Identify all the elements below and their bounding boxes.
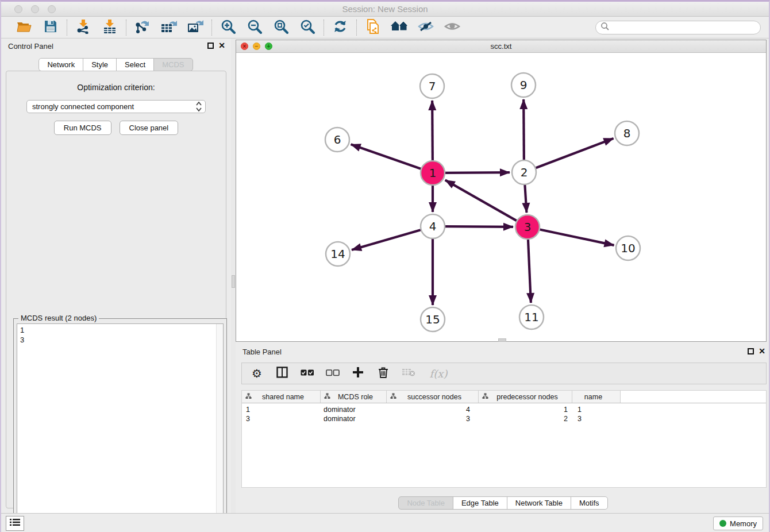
column-header-shared-name[interactable]: shared name bbox=[242, 391, 321, 403]
column-header-name[interactable]: name bbox=[572, 391, 621, 403]
delete-table-button[interactable] bbox=[402, 367, 415, 380]
application-window: Session: New Session bbox=[0, 0, 770, 532]
tree-icon bbox=[390, 393, 396, 401]
column-header-successor-nodes[interactable]: successor nodes bbox=[387, 391, 479, 403]
column-layout-button[interactable] bbox=[275, 367, 289, 380]
delete-columns-button[interactable] bbox=[376, 367, 390, 380]
tab-network[interactable]: Network bbox=[38, 58, 83, 71]
export-network-button[interactable] bbox=[134, 19, 151, 36]
graph-node-15[interactable]: 15 bbox=[421, 307, 445, 331]
zoom-fit-button[interactable] bbox=[272, 19, 290, 36]
graph-node-6[interactable]: 6 bbox=[325, 128, 349, 152]
home-layout-button[interactable] bbox=[391, 19, 408, 36]
mcds-result-text[interactable]: 1 3 bbox=[17, 323, 224, 532]
hide-graphics-details-button[interactable] bbox=[417, 19, 434, 36]
divider-grab-handle[interactable] bbox=[232, 275, 235, 288]
graph-node-label: 2 bbox=[521, 165, 528, 179]
panel-split-divider[interactable] bbox=[231, 38, 236, 513]
graph-node-label: 9 bbox=[520, 78, 528, 92]
zoom-out-button[interactable] bbox=[246, 19, 263, 36]
graph-node-3[interactable]: 3 bbox=[515, 215, 540, 239]
export-table-button[interactable] bbox=[160, 19, 178, 36]
save-session-button[interactable] bbox=[42, 19, 59, 36]
close-panel-icon[interactable]: ✕ bbox=[218, 43, 225, 49]
criterion-select-value: strongly connected component bbox=[32, 102, 134, 111]
graph-node-1[interactable]: 1 bbox=[421, 161, 445, 185]
function-builder-button[interactable]: f(x) bbox=[427, 367, 450, 380]
import-table-button[interactable] bbox=[101, 19, 118, 36]
graph-node-2[interactable]: 2 bbox=[512, 160, 536, 184]
graph-edge-1-6[interactable] bbox=[351, 144, 421, 168]
graph-edge-4-3[interactable] bbox=[445, 226, 513, 227]
network-window-titlebar[interactable]: × − + scc.txt bbox=[236, 40, 766, 53]
float-table-panel-icon[interactable] bbox=[748, 348, 754, 354]
deselect-all-button[interactable] bbox=[326, 367, 340, 380]
graph-node-11[interactable]: 11 bbox=[519, 305, 544, 329]
graph-node-8[interactable]: 8 bbox=[615, 121, 639, 145]
graph-edge-1-2[interactable] bbox=[445, 172, 510, 173]
tab-network-table[interactable]: Network Table bbox=[507, 496, 571, 510]
new-network-from-selection-button[interactable] bbox=[364, 19, 382, 36]
select-all-button[interactable] bbox=[301, 367, 314, 380]
mcds-tab-content: Optimization criterion: strongly connect… bbox=[6, 71, 226, 508]
table-toolbar: ⚙ bbox=[241, 363, 767, 384]
show-graphics-details-button[interactable] bbox=[444, 19, 461, 36]
tab-mcds[interactable]: MCDS bbox=[153, 58, 192, 71]
graph-edge-3-1[interactable] bbox=[445, 180, 517, 221]
criterion-select[interactable]: strongly connected component bbox=[26, 100, 206, 113]
tab-edge-table[interactable]: Edge Table bbox=[453, 496, 507, 510]
graph-edge-3-10[interactable] bbox=[540, 230, 614, 245]
float-panel-icon[interactable] bbox=[207, 43, 214, 49]
refresh-button[interactable] bbox=[332, 19, 349, 36]
search-input[interactable] bbox=[595, 21, 761, 34]
graph-node-14[interactable]: 14 bbox=[326, 242, 350, 266]
add-column-button[interactable] bbox=[351, 367, 365, 380]
graph-node-7[interactable]: 7 bbox=[420, 74, 444, 98]
graph-node-9[interactable]: 9 bbox=[511, 73, 536, 97]
table-panel: Table Panel ✕ ⚙ bbox=[236, 344, 770, 513]
network-canvas[interactable]: 7968124314101511 bbox=[236, 53, 766, 341]
node-table[interactable]: shared name MCDS role successor nodes pr… bbox=[241, 390, 767, 488]
tab-node-table[interactable]: Node Table bbox=[398, 496, 453, 510]
network-split-handle[interactable] bbox=[498, 338, 506, 342]
export-image-icon bbox=[187, 19, 204, 36]
column-header-mcds-role[interactable]: MCDS role bbox=[321, 391, 387, 403]
title-bar: Session: New Session bbox=[1, 2, 769, 17]
zoom-selected-button[interactable] bbox=[299, 19, 316, 36]
open-session-button[interactable] bbox=[16, 19, 33, 36]
graph-edge-2-9[interactable] bbox=[523, 99, 524, 160]
table-panel-title: Table Panel bbox=[242, 348, 282, 356]
graph-node-4[interactable]: 4 bbox=[421, 214, 445, 238]
task-history-button[interactable] bbox=[6, 516, 24, 531]
graph-node-10[interactable]: 10 bbox=[616, 236, 640, 260]
table-settings-button[interactable]: ⚙ bbox=[250, 367, 264, 380]
export-table-icon bbox=[160, 19, 178, 36]
import-table-icon bbox=[102, 19, 117, 36]
eye-icon bbox=[444, 20, 460, 35]
export-image-button[interactable] bbox=[187, 19, 204, 36]
close-table-panel-icon[interactable]: ✕ bbox=[759, 348, 765, 354]
graph-edge-3-11[interactable] bbox=[528, 240, 531, 303]
table-row[interactable]: 3 dominator 3 2 3 bbox=[242, 414, 766, 423]
column-header-predecessor-nodes[interactable]: predecessor nodes bbox=[479, 391, 572, 403]
memory-button[interactable]: Memory bbox=[713, 516, 763, 530]
import-network-button[interactable] bbox=[75, 19, 92, 36]
zoom-in-button[interactable] bbox=[220, 19, 237, 36]
graph-edge-2-8[interactable] bbox=[536, 138, 614, 168]
tab-motifs[interactable]: Motifs bbox=[571, 496, 608, 510]
graph-node-label: 14 bbox=[330, 247, 345, 261]
graph-edge-4-14[interactable] bbox=[352, 230, 421, 250]
result-scrollbar[interactable] bbox=[216, 324, 223, 532]
run-mcds-button[interactable]: Run MCDS bbox=[54, 121, 111, 135]
tab-select[interactable]: Select bbox=[116, 58, 154, 71]
list-icon bbox=[10, 518, 20, 529]
tab-style[interactable]: Style bbox=[83, 58, 117, 71]
zoom-selected-icon bbox=[300, 19, 315, 36]
table-header-row: shared name MCDS role successor nodes pr… bbox=[242, 391, 766, 403]
graph-edge-1-7[interactable] bbox=[432, 101, 433, 160]
export-network-icon bbox=[134, 19, 151, 36]
table-row[interactable]: 1 dominator 4 1 1 bbox=[242, 405, 766, 414]
close-panel-button[interactable]: Close panel bbox=[120, 121, 179, 135]
graph-edge-2-3[interactable] bbox=[525, 185, 526, 213]
memory-label: Memory bbox=[730, 519, 757, 528]
